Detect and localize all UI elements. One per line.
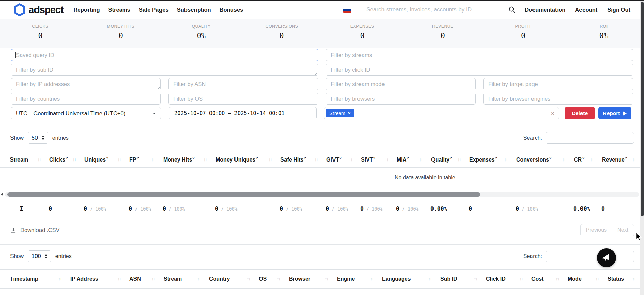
countries-input[interactable] (11, 93, 161, 105)
sort-icon: ↑↓ (474, 276, 477, 281)
sort-icon: ↑↓ (152, 276, 155, 281)
vertical-scrollbar[interactable] (640, 0, 644, 295)
report-table-search-input[interactable] (546, 132, 634, 144)
nav-link[interactable]: Bonuses (220, 7, 243, 13)
streams-filter-input[interactable] (326, 49, 633, 61)
report-column-header[interactable]: MIA? ↑↓ (393, 156, 427, 163)
next-page-button[interactable]: Next (612, 224, 634, 236)
nav-link[interactable]: Documentation (525, 7, 565, 13)
clicks-column-header[interactable]: Status ↑↓ (603, 276, 640, 282)
sub-id-input[interactable] (11, 64, 318, 76)
clicks-column-header[interactable]: ASN ↑↓ (125, 276, 159, 282)
clear-selection-icon[interactable]: × (551, 110, 554, 116)
report-column-header[interactable]: Money Hits? ↑↓ (159, 156, 212, 163)
stat-item: PROFIT 0 (483, 24, 564, 48)
click-id-input[interactable] (326, 64, 633, 76)
report-column-header[interactable]: Revenue? ↑↓ (598, 156, 640, 163)
search-icon[interactable] (508, 6, 516, 14)
page-size-select[interactable]: 100 (28, 250, 51, 262)
report-column-header[interactable]: Clicks? ↑↓ (45, 156, 80, 163)
totals-cell: 0 (598, 205, 640, 212)
report-column-header[interactable]: Money Uniques? ↑↓ (212, 156, 276, 163)
totals-value: 0.00% (573, 205, 590, 212)
browser-engines-input[interactable] (483, 93, 633, 105)
clicks-column-header[interactable]: Mode ↑↓ (564, 276, 603, 282)
scroll-left-arrow-icon[interactable] (1, 193, 3, 196)
language-flag-russia-icon[interactable] (343, 7, 351, 13)
target-page-input[interactable] (483, 78, 633, 90)
page-size-group: Show 100 entries (10, 250, 72, 262)
nav-link[interactable]: Sign Out (607, 7, 630, 13)
nav-link[interactable]: Subscription (177, 7, 211, 13)
sort-icon: ↑↓ (556, 276, 559, 281)
page-size-select[interactable]: 50 (28, 132, 48, 144)
report-table-footer: Download .CSV Previous Next (0, 216, 644, 244)
report-column-header[interactable]: CR? ↑↓ (570, 156, 598, 163)
horizontal-scroll-track[interactable] (5, 192, 639, 197)
column-help-mark: ? (373, 156, 375, 160)
stream-mode-input[interactable] (326, 78, 476, 90)
report-group-multiselect[interactable]: Stream × × (324, 107, 559, 119)
column-help-mark: ? (549, 156, 551, 160)
ip-field (11, 78, 161, 90)
column-help-mark: ? (192, 156, 194, 160)
horizontal-scroll-thumb[interactable] (7, 192, 480, 197)
clicks-column-header[interactable]: Browser ↑↓ (285, 276, 333, 282)
clicks-column-header[interactable]: Click ID ↑↓ (482, 276, 527, 282)
sub-id-field (11, 64, 318, 76)
clicks-column-header[interactable]: Languages ↑↓ (378, 276, 436, 282)
global-search-input[interactable] (360, 6, 505, 13)
report-button[interactable]: Report (598, 107, 631, 119)
report-column-header[interactable]: Quality? ↑↓ (427, 156, 465, 163)
report-column-header[interactable]: FP? ↑↓ (125, 156, 159, 163)
clicks-column-header[interactable]: Cost ↑↓ (527, 276, 564, 282)
previous-page-button[interactable]: Previous (580, 224, 612, 236)
totals-cell: 0/ 100% (159, 205, 212, 212)
sort-icon: ↑↓ (197, 276, 201, 281)
vertical-scroll-thumb[interactable] (641, 2, 644, 216)
telegram-button[interactable] (597, 248, 616, 267)
timezone-select[interactable]: UTC – Coordinated Universal Time (UTC+0) (11, 107, 161, 119)
totals-cell: 0 (45, 205, 80, 212)
totals-cell: 0/ 100% (212, 205, 276, 212)
sort-icon: ↑↓ (277, 276, 280, 281)
report-column-header[interactable]: Expenses? ↑↓ (465, 156, 512, 163)
download-csv-button[interactable]: Download .CSV (10, 227, 59, 233)
date-range-input[interactable] (169, 107, 317, 119)
report-column-header[interactable]: SIVT? ↑↓ (357, 156, 393, 163)
stat-item: MONEY HITS 0 (80, 24, 161, 48)
clicks-column-header[interactable]: Country ↑↓ (205, 276, 255, 282)
clicks-table-search-input[interactable] (546, 251, 634, 262)
stat-label: MONEY HITS (80, 24, 161, 29)
asn-input[interactable] (168, 78, 318, 90)
page-size-value: 100 (32, 253, 41, 260)
saved-query-input[interactable] (11, 49, 318, 61)
delete-button[interactable]: Delete (565, 107, 595, 119)
clicks-column-header[interactable]: OS ↑↓ (255, 276, 285, 282)
text-caret (15, 52, 16, 58)
adspect-logo[interactable]: adspect (14, 3, 64, 16)
browsers-input[interactable] (326, 93, 476, 105)
clicks-column-header[interactable]: Stream ↑↓ (159, 276, 205, 282)
report-column-header[interactable]: Stream? ↑↓ (6, 157, 45, 163)
ip-input[interactable] (11, 78, 161, 90)
clicks-column-header[interactable]: Timestamp ↑↓ (6, 276, 66, 282)
nav-link[interactable]: Safe Pages (139, 7, 169, 13)
stats-bar: CLICKS 0 MONEY HITS 0 QUALITY 0% CONVERS… (0, 19, 644, 48)
remove-tag-icon[interactable]: × (348, 111, 351, 116)
clicks-column-header[interactable]: Engine ↑↓ (333, 276, 378, 282)
nav-link[interactable]: Reporting (74, 7, 100, 13)
clicks-column-header[interactable]: IP Address ↑↓ (66, 276, 125, 282)
report-column-header[interactable]: Uniques? ↑↓ (80, 156, 125, 163)
clicks-column-header[interactable]: Sub ID ↑↓ (436, 276, 482, 282)
report-column-header[interactable]: Conversions? ↑↓ (512, 156, 570, 163)
report-column-header[interactable]: GIVT? ↑↓ (322, 156, 357, 163)
report-column-header[interactable]: Safe Hits? ↑↓ (276, 156, 322, 163)
os-input[interactable] (168, 93, 318, 105)
stat-label: CLICKS (0, 24, 80, 29)
nav-link[interactable]: Account (575, 7, 597, 13)
stat-item: CONVERSIONS 0 (242, 24, 322, 48)
os-field (168, 93, 318, 105)
nav-link[interactable]: Streams (108, 7, 130, 13)
totals-value: 0 (469, 205, 472, 212)
